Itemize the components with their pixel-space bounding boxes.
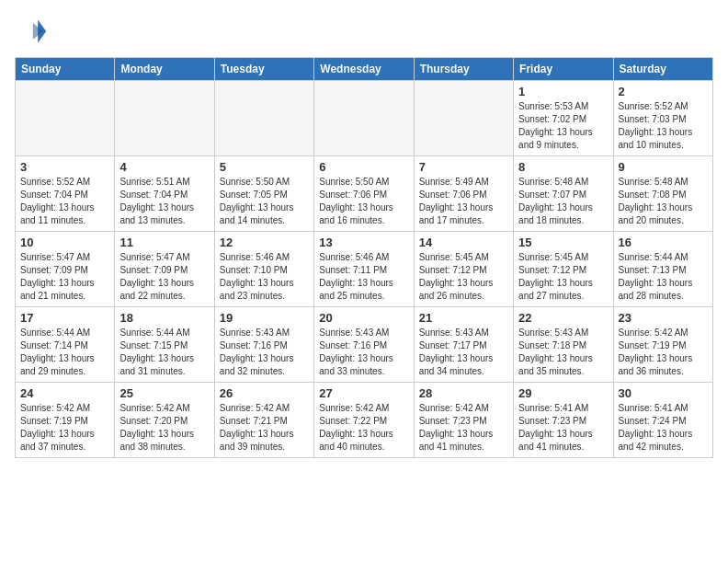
calendar-cell: 24 Sunrise: 5:42 AM Sunset: 7:19 PM Dayl… <box>16 383 115 458</box>
calendar-cell: 15 Sunrise: 5:45 AM Sunset: 7:12 PM Dayl… <box>514 232 613 307</box>
page-header <box>15 15 713 48</box>
day-number: 20 <box>319 311 408 325</box>
day-info: Sunrise: 5:48 AM Sunset: 7:08 PM Dayligh… <box>619 176 708 227</box>
calendar-cell <box>115 81 214 156</box>
day-number: 5 <box>220 160 309 174</box>
calendar-cell: 12 Sunrise: 5:46 AM Sunset: 7:10 PM Dayl… <box>214 232 313 307</box>
calendar-cell: 9 Sunrise: 5:48 AM Sunset: 7:08 PM Dayli… <box>613 156 712 232</box>
day-number: 3 <box>20 160 109 174</box>
day-info: Sunrise: 5:48 AM Sunset: 7:07 PM Dayligh… <box>518 176 608 227</box>
calendar-cell: 30 Sunrise: 5:41 AM Sunset: 7:24 PM Dayl… <box>613 383 712 458</box>
day-info: Sunrise: 5:51 AM Sunset: 7:04 PM Dayligh… <box>119 176 209 227</box>
day-info: Sunrise: 5:45 AM Sunset: 7:12 PM Dayligh… <box>419 251 508 303</box>
day-number: 11 <box>119 236 209 249</box>
calendar-week-3: 10 Sunrise: 5:47 AM Sunset: 7:09 PM Dayl… <box>16 232 713 307</box>
day-info: Sunrise: 5:43 AM Sunset: 7:17 PM Dayligh… <box>419 327 508 378</box>
calendar-week-1: 1 Sunrise: 5:53 AM Sunset: 7:02 PM Dayli… <box>16 81 713 156</box>
day-info: Sunrise: 5:43 AM Sunset: 7:16 PM Dayligh… <box>220 327 309 378</box>
calendar-cell: 26 Sunrise: 5:42 AM Sunset: 7:21 PM Dayl… <box>214 383 313 458</box>
day-info: Sunrise: 5:42 AM Sunset: 7:19 PM Dayligh… <box>20 402 109 454</box>
day-number: 13 <box>319 236 408 249</box>
day-number: 14 <box>419 236 508 249</box>
calendar-cell: 16 Sunrise: 5:44 AM Sunset: 7:13 PM Dayl… <box>613 232 712 307</box>
calendar-cell: 3 Sunrise: 5:52 AM Sunset: 7:04 PM Dayli… <box>16 156 115 232</box>
day-number: 29 <box>518 386 608 400</box>
day-info: Sunrise: 5:42 AM Sunset: 7:21 PM Dayligh… <box>220 402 309 454</box>
day-number: 21 <box>419 311 508 325</box>
day-number: 19 <box>220 311 309 325</box>
calendar-cell: 23 Sunrise: 5:42 AM Sunset: 7:19 PM Dayl… <box>613 307 712 383</box>
day-number: 23 <box>619 311 708 325</box>
day-number: 18 <box>119 311 209 325</box>
day-info: Sunrise: 5:53 AM Sunset: 7:02 PM Dayligh… <box>518 100 608 152</box>
calendar-cell: 17 Sunrise: 5:44 AM Sunset: 7:14 PM Dayl… <box>16 307 115 383</box>
calendar-cell: 7 Sunrise: 5:49 AM Sunset: 7:06 PM Dayli… <box>414 156 513 232</box>
day-number: 25 <box>119 386 209 400</box>
calendar-cell: 28 Sunrise: 5:42 AM Sunset: 7:23 PM Dayl… <box>414 383 513 458</box>
day-number: 16 <box>619 236 708 249</box>
weekday-header-wednesday: Wednesday <box>314 58 414 81</box>
day-number: 24 <box>20 386 109 400</box>
calendar-cell: 8 Sunrise: 5:48 AM Sunset: 7:07 PM Dayli… <box>514 156 613 232</box>
day-number: 27 <box>319 386 408 400</box>
weekday-header-saturday: Saturday <box>613 58 712 81</box>
day-info: Sunrise: 5:41 AM Sunset: 7:23 PM Dayligh… <box>518 402 608 454</box>
calendar-cell: 22 Sunrise: 5:43 AM Sunset: 7:18 PM Dayl… <box>514 307 613 383</box>
day-number: 17 <box>20 311 109 325</box>
day-number: 7 <box>419 160 508 174</box>
calendar-cell: 4 Sunrise: 5:51 AM Sunset: 7:04 PM Dayli… <box>115 156 214 232</box>
day-info: Sunrise: 5:47 AM Sunset: 7:09 PM Dayligh… <box>20 251 109 303</box>
calendar-cell: 20 Sunrise: 5:43 AM Sunset: 7:16 PM Dayl… <box>314 307 414 383</box>
calendar-cell: 18 Sunrise: 5:44 AM Sunset: 7:15 PM Dayl… <box>115 307 214 383</box>
day-info: Sunrise: 5:41 AM Sunset: 7:24 PM Dayligh… <box>619 402 708 454</box>
day-info: Sunrise: 5:44 AM Sunset: 7:13 PM Dayligh… <box>619 251 708 303</box>
day-number: 26 <box>220 386 309 400</box>
calendar-cell: 13 Sunrise: 5:46 AM Sunset: 7:11 PM Dayl… <box>314 232 414 307</box>
day-info: Sunrise: 5:42 AM Sunset: 7:22 PM Dayligh… <box>319 402 408 454</box>
calendar-cell: 5 Sunrise: 5:50 AM Sunset: 7:05 PM Dayli… <box>214 156 313 232</box>
calendar-cell <box>414 81 513 156</box>
day-info: Sunrise: 5:43 AM Sunset: 7:16 PM Dayligh… <box>319 327 408 378</box>
calendar-cell: 25 Sunrise: 5:42 AM Sunset: 7:20 PM Dayl… <box>115 383 214 458</box>
day-number: 28 <box>419 386 508 400</box>
day-number: 4 <box>119 160 209 174</box>
day-info: Sunrise: 5:47 AM Sunset: 7:09 PM Dayligh… <box>119 251 209 303</box>
calendar-week-4: 17 Sunrise: 5:44 AM Sunset: 7:14 PM Dayl… <box>16 307 713 383</box>
calendar-cell: 2 Sunrise: 5:52 AM Sunset: 7:03 PM Dayli… <box>613 81 712 156</box>
day-info: Sunrise: 5:46 AM Sunset: 7:10 PM Dayligh… <box>220 251 309 303</box>
weekday-header-row: SundayMondayTuesdayWednesdayThursdayFrid… <box>16 58 713 81</box>
logo-icon <box>15 15 48 48</box>
weekday-header-monday: Monday <box>115 58 214 81</box>
calendar-week-5: 24 Sunrise: 5:42 AM Sunset: 7:19 PM Dayl… <box>16 383 713 458</box>
day-info: Sunrise: 5:52 AM Sunset: 7:04 PM Dayligh… <box>20 176 109 227</box>
day-number: 30 <box>619 386 708 400</box>
weekday-header-friday: Friday <box>514 58 613 81</box>
day-info: Sunrise: 5:45 AM Sunset: 7:12 PM Dayligh… <box>518 251 608 303</box>
day-info: Sunrise: 5:42 AM Sunset: 7:19 PM Dayligh… <box>619 327 708 378</box>
day-number: 12 <box>220 236 309 249</box>
calendar-table: SundayMondayTuesdayWednesdayThursdayFrid… <box>15 57 713 458</box>
calendar-cell <box>314 81 414 156</box>
day-info: Sunrise: 5:46 AM Sunset: 7:11 PM Dayligh… <box>319 251 408 303</box>
day-info: Sunrise: 5:49 AM Sunset: 7:06 PM Dayligh… <box>419 176 508 227</box>
day-number: 2 <box>619 85 708 98</box>
day-info: Sunrise: 5:44 AM Sunset: 7:15 PM Dayligh… <box>119 327 209 378</box>
calendar-cell: 21 Sunrise: 5:43 AM Sunset: 7:17 PM Dayl… <box>414 307 513 383</box>
calendar-cell: 10 Sunrise: 5:47 AM Sunset: 7:09 PM Dayl… <box>16 232 115 307</box>
day-number: 1 <box>518 85 608 98</box>
day-info: Sunrise: 5:50 AM Sunset: 7:05 PM Dayligh… <box>220 176 309 227</box>
calendar-cell: 19 Sunrise: 5:43 AM Sunset: 7:16 PM Dayl… <box>214 307 313 383</box>
weekday-header-sunday: Sunday <box>16 58 115 81</box>
calendar-cell: 29 Sunrise: 5:41 AM Sunset: 7:23 PM Dayl… <box>514 383 613 458</box>
day-number: 15 <box>518 236 608 249</box>
day-number: 6 <box>319 160 408 174</box>
weekday-header-tuesday: Tuesday <box>214 58 313 81</box>
weekday-header-thursday: Thursday <box>414 58 513 81</box>
day-info: Sunrise: 5:43 AM Sunset: 7:18 PM Dayligh… <box>518 327 608 378</box>
day-number: 22 <box>518 311 608 325</box>
calendar-cell: 27 Sunrise: 5:42 AM Sunset: 7:22 PM Dayl… <box>314 383 414 458</box>
day-info: Sunrise: 5:42 AM Sunset: 7:23 PM Dayligh… <box>419 402 508 454</box>
day-info: Sunrise: 5:50 AM Sunset: 7:06 PM Dayligh… <box>319 176 408 227</box>
calendar-week-2: 3 Sunrise: 5:52 AM Sunset: 7:04 PM Dayli… <box>16 156 713 232</box>
calendar-cell: 1 Sunrise: 5:53 AM Sunset: 7:02 PM Dayli… <box>514 81 613 156</box>
